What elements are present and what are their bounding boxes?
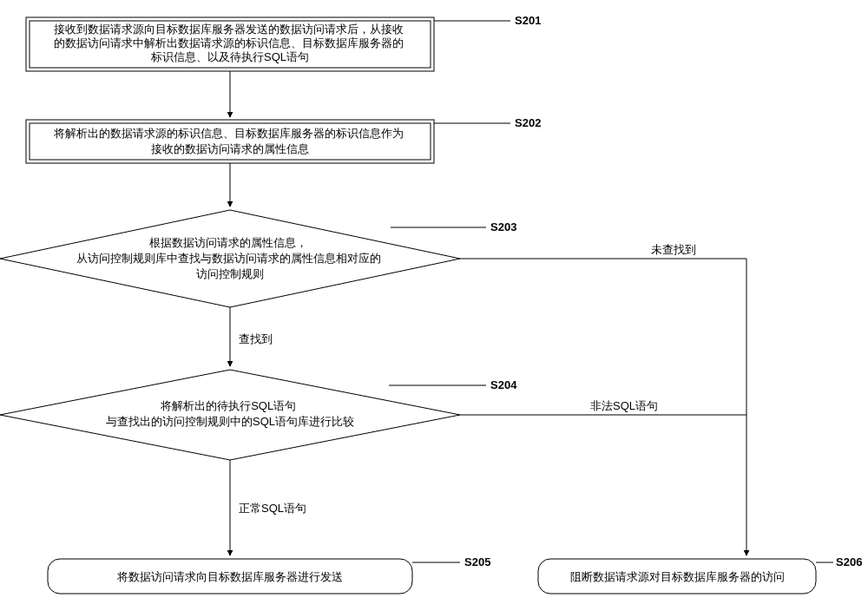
flow-node-s205: 将数据访问请求向目标数据库服务器进行发送: [48, 559, 412, 594]
svg-text:将解析出的数据请求源的标识信息、目标数据库服务器的标识信息作: 将解析出的数据请求源的标识信息、目标数据库服务器的标识信息作为 接收的数据访问请…: [53, 127, 407, 155]
s202-step-label: S202: [515, 116, 541, 129]
edge-label-normal: 正常SQL语句: [239, 502, 306, 515]
s203-line2: 从访问控制规则库中查找与数据访问请求的属性信息相对应的: [76, 252, 381, 265]
s201-line2: 的数据访问请求中解析出数据请求源的标识信息、目标数据库服务器的: [54, 36, 404, 49]
svg-text:将解析出的待执行SQL语句
      与查找出的访问控制规: 将解析出的待执行SQL语句 与查找出的访问控制规则中的SQL语句库进行比较: [106, 399, 354, 428]
svg-text:将数据访问请求向目标数据库服务器进行发送: 将数据访问请求向目标数据库服务器进行发送: [116, 570, 343, 583]
s203-step-label: S203: [490, 220, 516, 233]
s204-step-label: S204: [490, 378, 517, 391]
s201-line3: 标识信息、以及待执行SQL语句: [150, 50, 309, 63]
s206-step-label: S206: [836, 555, 862, 568]
svg-text:阻断数据请求源对目标数据库服务器的访问: 阻断数据请求源对目标数据库服务器的访问: [570, 570, 785, 583]
s205-line1: 将数据访问请求向目标数据库服务器进行发送: [116, 570, 343, 583]
edge-label-found: 查找到: [239, 332, 273, 345]
edge-label-illegal: 非法SQL语句: [590, 399, 658, 412]
s203-line3: 访问控制规则: [196, 267, 264, 280]
svg-text:根据数据访问请求的属性信息，
      从访问控制规则库中: 根据数据访问请求的属性信息， 从访问控制规则库中查找与数据访问请求的属性信息相对…: [76, 236, 385, 280]
edge-label-notfound: 未查找到: [651, 243, 696, 256]
flow-node-s204: 将解析出的待执行SQL语句 与查找出的访问控制规则中的SQL语句库进行比较: [0, 370, 460, 460]
s205-step-label: S205: [464, 555, 490, 568]
s202-line1: 将解析出的数据请求源的标识信息、目标数据库服务器的标识信息作为: [53, 127, 404, 140]
s202-line2: 接收的数据访问请求的属性信息: [151, 142, 309, 155]
flow-node-s206: 阻断数据请求源对目标数据库服务器的访问: [538, 559, 816, 594]
s203-line1: 根据数据访问请求的属性信息，: [149, 236, 307, 249]
s206-line1: 阻断数据请求源对目标数据库服务器的访问: [570, 570, 785, 583]
svg-text:接收到数据请求源向目标数据库服务器发送的数据访问请求后，从接: 接收到数据请求源向目标数据库服务器发送的数据访问请求后，从接收 的数据访问请求中…: [54, 23, 407, 63]
s201-step-label: S201: [515, 14, 541, 27]
flow-node-s201: 接收到数据请求源向目标数据库服务器发送的数据访问请求后，从接收 的数据访问请求中…: [26, 17, 434, 71]
s204-line2: 与查找出的访问控制规则中的SQL语句库进行比较: [106, 415, 354, 428]
s201-line1: 接收到数据请求源向目标数据库服务器发送的数据访问请求后，从接收: [54, 23, 404, 36]
s204-line1: 将解析出的待执行SQL语句: [160, 399, 296, 412]
flow-node-s202: 将解析出的数据请求源的标识信息、目标数据库服务器的标识信息作为 接收的数据访问请…: [26, 120, 434, 163]
flow-node-s203: 根据数据访问请求的属性信息， 从访问控制规则库中查找与数据访问请求的属性信息相对…: [0, 210, 460, 307]
